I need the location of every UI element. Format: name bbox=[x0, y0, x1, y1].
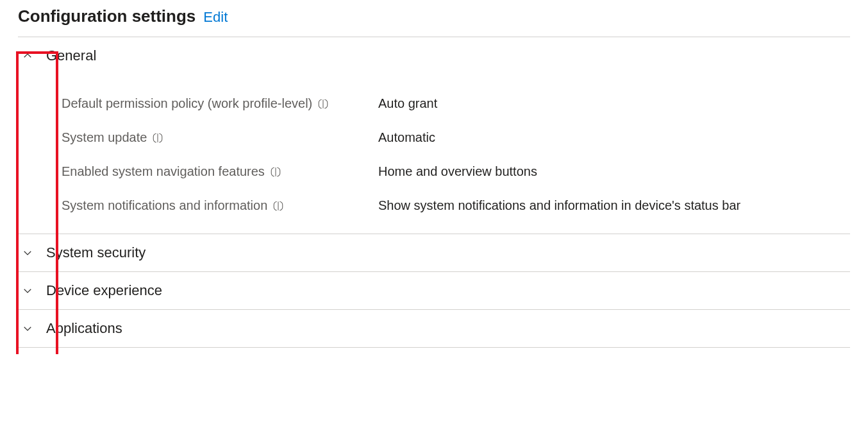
section-title-system-security: System security bbox=[46, 244, 146, 261]
setting-value: Show system notifications and informatio… bbox=[378, 196, 850, 216]
info-icon[interactable] bbox=[270, 166, 281, 178]
page-header: Configuration settings Edit bbox=[18, 6, 850, 26]
setting-label: System update bbox=[62, 128, 378, 148]
setting-label: System notifications and information bbox=[62, 196, 378, 216]
setting-row: Enabled system navigation features Home … bbox=[62, 162, 850, 182]
info-icon[interactable] bbox=[152, 132, 163, 144]
setting-row: Default permission policy (work profile-… bbox=[62, 94, 850, 114]
chevron-down-icon bbox=[18, 323, 37, 334]
chevron-up-icon bbox=[18, 50, 37, 62]
info-icon[interactable] bbox=[317, 98, 329, 110]
divider bbox=[18, 347, 850, 348]
chevron-down-icon bbox=[18, 285, 37, 296]
setting-label: Enabled system navigation features bbox=[62, 162, 378, 182]
setting-row: System update Automatic bbox=[62, 128, 850, 148]
section-device-experience: Device experience bbox=[18, 272, 850, 309]
section-applications: Applications bbox=[18, 310, 850, 347]
section-system-security: System security bbox=[18, 234, 850, 271]
info-icon[interactable] bbox=[272, 200, 284, 212]
section-title-general: General bbox=[46, 47, 96, 64]
page-title: Configuration settings bbox=[18, 6, 196, 26]
setting-value: Home and overview buttons bbox=[378, 162, 850, 182]
edit-link[interactable]: Edit bbox=[203, 9, 228, 26]
setting-value: Auto grant bbox=[378, 94, 850, 114]
setting-label: Default permission policy (work profile-… bbox=[62, 94, 378, 114]
section-general-body: Default permission policy (work profile-… bbox=[18, 74, 850, 234]
setting-row: System notifications and information Sho… bbox=[62, 196, 850, 216]
setting-value: Automatic bbox=[378, 128, 850, 148]
section-general-header[interactable]: General bbox=[18, 37, 850, 74]
section-system-security-header[interactable]: System security bbox=[18, 234, 850, 271]
section-title-device-experience: Device experience bbox=[46, 282, 162, 299]
chevron-down-icon bbox=[18, 247, 37, 259]
section-applications-header[interactable]: Applications bbox=[18, 310, 850, 347]
section-general: General Default permission policy (work … bbox=[18, 37, 850, 234]
section-device-experience-header[interactable]: Device experience bbox=[18, 272, 850, 309]
section-title-applications: Applications bbox=[46, 320, 122, 337]
